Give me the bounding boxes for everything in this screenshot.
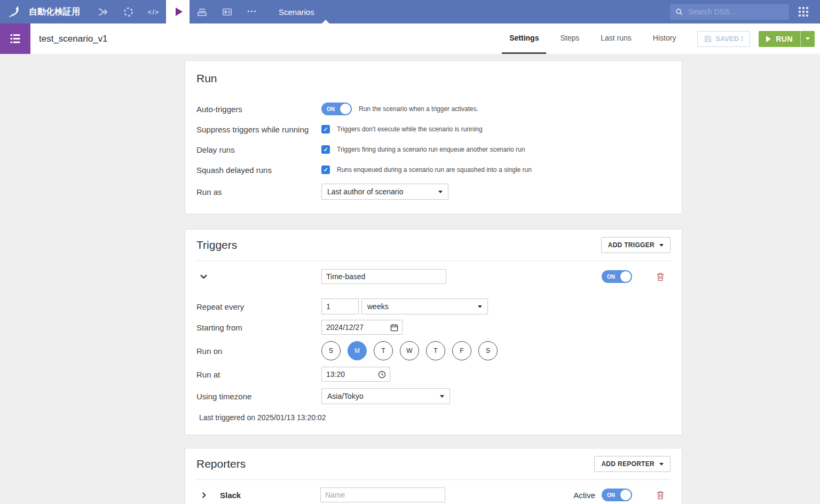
timezone-label: Using timezone (196, 392, 321, 401)
trigger-name-input[interactable] (321, 269, 446, 284)
run-as-select[interactable]: Last author of scenario (321, 184, 448, 200)
jobs-icon[interactable] (190, 0, 215, 23)
dataiku-logo[interactable] (0, 5, 29, 19)
squash-runs-row: Squash delayed runs Runs enqueued during… (196, 163, 671, 176)
day-circle[interactable]: S (321, 341, 341, 360)
collapse-trigger-control[interactable] (196, 272, 321, 281)
chevron-down-icon (659, 244, 664, 247)
add-trigger-label: ADD TRIGGER (608, 241, 655, 249)
toggle-on-label: ON (607, 492, 615, 498)
bird-logo-icon (7, 5, 21, 19)
active-page-indicator (322, 20, 329, 23)
run-at-label: Run at (196, 370, 321, 379)
active-label: Active (573, 491, 595, 500)
auto-triggers-row: Auto-triggers ON Run the scenario when a… (196, 103, 671, 115)
tab-last-runs[interactable]: Last runs (593, 23, 639, 54)
top-navbar: 自動化検証用 </> ••• Scenarios (0, 0, 820, 23)
chevron-down-icon (806, 37, 810, 40)
reporter-active-toggle[interactable]: ON (602, 489, 632, 501)
repeat-unit-select[interactable]: weeks (361, 298, 488, 314)
trash-icon (657, 491, 664, 500)
timezone-value: Asia/Tokyo (327, 392, 364, 400)
chevron-down-icon (659, 463, 664, 466)
header-buttons: SAVED ! RUN (697, 23, 815, 54)
run-as-row: Run as Last author of scenario (196, 184, 671, 200)
reporter-row: Slack Active ON (196, 487, 671, 502)
day-circle[interactable]: T (374, 341, 393, 360)
run-as-label: Run as (196, 187, 321, 196)
day-circle[interactable]: S (478, 341, 498, 360)
run-dropdown-button[interactable] (800, 31, 815, 47)
starting-from-date-input[interactable] (321, 320, 403, 335)
chevron-down-icon (438, 191, 443, 193)
day-circle[interactable]: F (452, 341, 471, 360)
run-label: RUN (776, 35, 793, 43)
repeat-unit-value: weeks (367, 302, 389, 311)
run-play-icon (766, 36, 771, 42)
lab-icon[interactable] (116, 0, 141, 23)
search-box[interactable] (670, 4, 789, 20)
delay-runs-description: Triggers firing during a scenario run en… (337, 146, 525, 153)
trash-icon (657, 272, 664, 281)
run-button[interactable]: RUN (759, 31, 800, 47)
suppress-triggers-checkbox[interactable] (321, 125, 330, 133)
toggle-knob (340, 103, 351, 115)
expand-reporter-control[interactable] (196, 491, 220, 499)
code-icon[interactable]: </> (141, 0, 166, 23)
triggers-card-title: Triggers (196, 239, 237, 251)
day-circle[interactable]: T (426, 341, 445, 360)
search-input[interactable] (687, 7, 784, 17)
toggle-knob (620, 489, 632, 501)
squash-runs-description: Runs enqueued during a scenario run are … (337, 166, 532, 174)
apps-grid-icon[interactable] (799, 7, 808, 17)
auto-triggers-description: Run the scenario when a trigger activate… (359, 105, 478, 113)
nav-item-scenarios-active[interactable] (166, 0, 190, 23)
saved-button[interactable]: SAVED ! (697, 31, 750, 47)
delay-runs-checkbox[interactable] (321, 145, 330, 154)
auto-triggers-toggle[interactable]: ON (321, 103, 352, 115)
day-circle[interactable]: W (400, 341, 419, 360)
run-on-row: Run on S M T W T F S (196, 341, 671, 360)
more-icon[interactable]: ••• (240, 0, 265, 23)
add-trigger-button[interactable]: ADD TRIGGER (601, 237, 671, 253)
trigger-active-toggle[interactable]: ON (602, 270, 632, 283)
day-circle[interactable]: M (348, 341, 367, 360)
reporter-name-input[interactable] (320, 487, 445, 502)
day-selector: S M T W T F S (321, 341, 504, 360)
squash-runs-label: Squash delayed runs (196, 166, 321, 175)
search-icon (675, 7, 683, 16)
project-name[interactable]: 自動化検証用 (29, 6, 80, 18)
flow-icon[interactable] (91, 0, 116, 23)
run-on-label: Run on (196, 346, 321, 356)
auto-triggers-label: Auto-triggers (196, 105, 321, 114)
saved-label: SAVED ! (715, 35, 743, 43)
current-page-label[interactable]: Scenarios (279, 7, 314, 17)
tab-steps[interactable]: Steps (553, 23, 587, 54)
add-reporter-button[interactable]: ADD REPORTER (594, 456, 671, 472)
suppress-triggers-row: Suppress triggers while running Triggers… (196, 123, 671, 136)
triggers-card: Triggers ADD TRIGGER ON (185, 229, 682, 435)
reporters-card: Reporters ADD REPORTER Slack Active ON (185, 448, 682, 504)
toggle-knob (620, 271, 632, 282)
tab-history[interactable]: History (645, 23, 684, 54)
delete-reporter-button[interactable] (657, 491, 664, 500)
delete-trigger-button[interactable] (657, 272, 664, 281)
delay-runs-row: Delay runs Triggers firing during a scen… (196, 143, 671, 156)
toggle-on-label: ON (607, 274, 615, 280)
starting-from-label: Starting from (196, 323, 321, 332)
run-at-time-input[interactable] (321, 367, 390, 382)
header-spacer (108, 23, 496, 54)
last-triggered-text: Last triggered on 2025/01/13 13:20:02 (196, 413, 671, 422)
starting-from-row: Starting from (196, 320, 671, 335)
page-title: test_scenario_v1 (39, 23, 108, 54)
page-header: test_scenario_v1 Settings Steps Last run… (0, 23, 820, 54)
tab-settings[interactable]: Settings (502, 23, 546, 54)
suppress-triggers-description: Triggers don't execute while the scenari… (337, 125, 483, 133)
repeat-count-input[interactable] (321, 298, 359, 314)
scenario-list-icon[interactable] (0, 23, 30, 54)
squash-runs-checkbox[interactable] (321, 166, 330, 174)
run-button-group: RUN (759, 31, 815, 47)
dashboard-icon[interactable] (215, 0, 240, 23)
tab-bar: Settings Steps Last runs History (495, 23, 683, 54)
timezone-select[interactable]: Asia/Tokyo (321, 388, 450, 404)
